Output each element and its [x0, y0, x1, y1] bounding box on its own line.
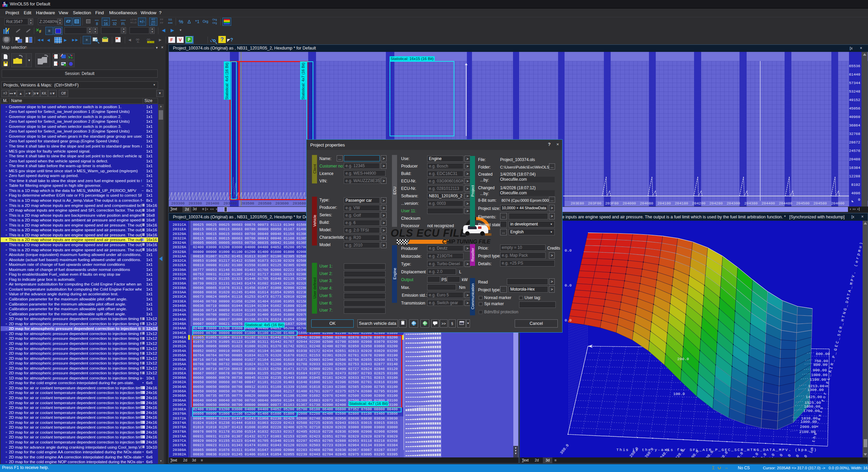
svg-text:800.00: 800.00 [813, 362, 828, 367]
svg-text:70.0: 70.0 [791, 454, 800, 457]
svg-text:900.00: 900.00 [813, 368, 827, 372]
svg-text:90.0: 90.0 [774, 453, 784, 457]
svg-text:1425.00: 1425.00 [806, 395, 822, 399]
svg-text:This is the y-axis for SFL_AIR: This is the y-axis for SFL_AIR_P_GEC_SCR… [616, 448, 817, 452]
svg-text:380.0: 380.0 [559, 443, 570, 455]
svg-text:200.0: 200.0 [677, 357, 689, 361]
svg-text:1600.00: 1600.00 [804, 404, 820, 409]
svg-text:0.0: 0.0 [565, 248, 572, 253]
svg-text:100.0: 100.0 [673, 392, 685, 396]
svg-text:1000.00: 1000.00 [811, 373, 827, 377]
svg-text:0.0: 0.0 [565, 283, 572, 288]
svg-text:600.00: 600.00 [816, 352, 830, 356]
svg-text:60.0: 60.0 [799, 454, 808, 457]
svg-text:80.0: 80.0 [783, 453, 792, 457]
svg-text:1900.00: 1900.00 [801, 419, 817, 424]
svg-text:140.0: 140.0 [733, 451, 744, 457]
svg-text:2000.00: 2000.00 [800, 425, 816, 429]
svg-text:1100.00: 1100.00 [810, 377, 826, 382]
svg-text:120.0: 120.0 [749, 452, 760, 457]
svg-text:1300.00: 1300.00 [807, 388, 824, 392]
svg-text:0.0: 0.0 [565, 318, 572, 322]
svg-text:1700.00: 1700.00 [803, 409, 820, 413]
